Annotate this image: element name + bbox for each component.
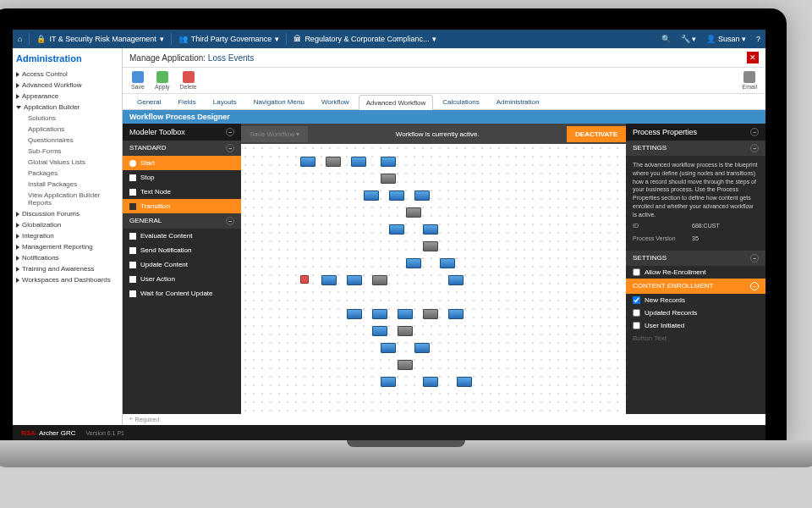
apply-button[interactable]: Apply	[155, 71, 170, 90]
tool-update[interactable]: Update Content	[123, 257, 241, 272]
nav-applications[interactable]: Applications	[16, 124, 118, 135]
collapse-icon[interactable]: −	[750, 254, 759, 262]
nav-subforms[interactable]: Sub-Forms	[16, 146, 118, 157]
top-navigation: ⌂ 🔒 IT & Security Risk Management ▾ 👥 Th…	[13, 30, 765, 48]
collapse-icon[interactable]: −	[226, 128, 234, 136]
tool-evaluate[interactable]: Evaluate Content	[123, 229, 241, 243]
collapse-icon[interactable]: −	[226, 144, 234, 152]
collapse-icon[interactable]: −	[750, 282, 759, 290]
nav-integration[interactable]: Integration	[16, 230, 118, 241]
tool-start[interactable]: Start	[123, 156, 241, 170]
save-button[interactable]: Save	[131, 71, 145, 90]
new-records-checkbox[interactable]	[633, 296, 640, 304]
nav-regulatory[interactable]: 🏛 Regulatory & Corporate Complianc... ▾	[294, 35, 436, 43]
nav-global-values[interactable]: Global Values Lists	[16, 157, 118, 168]
app-footer: RSA Archer GRC Version 6.1 P1	[13, 425, 765, 440]
tab-bar: General Fields Layouts Navigation Menu W…	[123, 94, 765, 110]
nav-solutions[interactable]: Solutions	[16, 113, 118, 124]
settings-description: The advanced workflow process is the blu…	[633, 161, 759, 219]
tab-nav-menu[interactable]: Navigation Menu	[246, 94, 312, 109]
nav-app-builder[interactable]: Application Builder	[16, 102, 118, 113]
user-menu[interactable]: 👤 Susan ▾	[706, 35, 746, 43]
nav-packages[interactable]: Packages	[16, 168, 118, 179]
tab-general[interactable]: General	[129, 94, 168, 109]
tool-stop[interactable]: Stop	[123, 170, 241, 185]
nav-it-security[interactable]: 🔒 IT & Security Risk Management ▾	[36, 35, 163, 43]
tool-text-node[interactable]: Text Node	[123, 185, 241, 199]
tab-advanced-workflow[interactable]: Advanced Workflow	[359, 95, 434, 110]
tool-transition[interactable]: Transition	[123, 199, 241, 213]
process-properties-panel: Process Properties− SETTINGS− The advanc…	[626, 124, 765, 414]
required-note: *: Required	[123, 414, 765, 425]
process-id: 688:CUST	[692, 222, 720, 230]
tab-administration[interactable]: Administration	[489, 94, 547, 109]
nav-workspaces[interactable]: Workspaces and Dashboards	[16, 274, 118, 285]
nav-access-control[interactable]: Access Control	[16, 69, 118, 80]
tool-user-action[interactable]: User Action	[123, 272, 241, 286]
page-title: Manage Application: Loss Events	[129, 53, 254, 63]
user-initiated-checkbox[interactable]	[633, 322, 640, 329]
delete-button[interactable]: Delete	[179, 71, 196, 90]
search-icon[interactable]: 🔍	[661, 35, 671, 43]
tab-fields[interactable]: Fields	[170, 94, 203, 109]
section-title: Workflow Process Designer	[123, 110, 765, 124]
workflow-status: Workflow is currently active.	[308, 130, 567, 138]
nav-questionnaires[interactable]: Questionnaires	[16, 135, 118, 146]
admin-sidebar: Administration Access Control Advanced W…	[13, 48, 123, 425]
deactivate-button[interactable]: DEACTIVATE	[567, 126, 626, 142]
nav-third-party[interactable]: 👥 Third Party Governance ▾	[178, 35, 280, 43]
nav-forums[interactable]: Discussion Forums	[16, 208, 118, 219]
collapse-icon[interactable]: −	[226, 217, 234, 225]
tool-send-notif[interactable]: Send Notification	[123, 243, 241, 257]
help-icon[interactable]: ?	[756, 35, 760, 43]
modeler-toolbox: Modeler Toolbox− STANDARD− Start Stop Te…	[123, 124, 241, 414]
nav-training[interactable]: Training and Awareness	[16, 263, 118, 274]
collapse-icon[interactable]: −	[750, 144, 759, 152]
updated-records-checkbox[interactable]	[633, 309, 640, 317]
canvas-toolbar: Save Workflow ▾ Workflow is currently ac…	[241, 124, 626, 144]
save-workflow-button: Save Workflow ▾	[241, 126, 308, 142]
tab-layouts[interactable]: Layouts	[206, 94, 244, 109]
home-icon[interactable]: ⌂	[18, 35, 22, 43]
nav-install-packages[interactable]: Install Packages	[16, 179, 118, 190]
nav-mgmt-reporting[interactable]: Management Reporting	[16, 241, 118, 252]
email-button[interactable]: Email	[742, 71, 757, 90]
tool-wait[interactable]: Wait for Content Update	[123, 286, 241, 301]
nav-appearance[interactable]: Appearance	[16, 91, 118, 102]
action-toolbar: Save Apply Delete Email	[123, 68, 765, 94]
workflow-canvas[interactable]	[241, 144, 626, 414]
collapse-icon[interactable]: −	[750, 128, 759, 136]
nav-globalization[interactable]: Globalization	[16, 219, 118, 230]
process-version: 35	[692, 235, 699, 243]
tools-icon[interactable]: 🔧 ▾	[681, 35, 697, 43]
allow-re-enrollment-checkbox[interactable]	[633, 268, 640, 276]
tab-workflow[interactable]: Workflow	[314, 94, 357, 109]
close-button[interactable]: ✕	[747, 52, 759, 64]
tab-calculations[interactable]: Calculations	[435, 94, 487, 109]
nav-view-reports[interactable]: View Application Builder Reports	[16, 190, 118, 208]
nav-notifications[interactable]: Notifications	[16, 252, 118, 263]
sidebar-title: Administration	[16, 53, 118, 64]
nav-advanced-workflow[interactable]: Advanced Workflow	[16, 80, 118, 91]
